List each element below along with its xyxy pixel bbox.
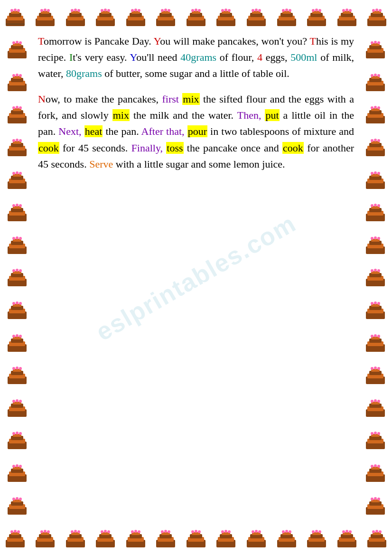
svg-rect-151 bbox=[252, 532, 261, 535]
svg-rect-282 bbox=[9, 504, 25, 509]
cake-icon bbox=[334, 4, 360, 30]
svg-point-259 bbox=[19, 367, 22, 370]
cake-icon bbox=[4, 460, 30, 486]
svg-rect-29 bbox=[126, 19, 145, 26]
svg-point-343 bbox=[377, 269, 380, 272]
text-the-pan: the pan. bbox=[103, 125, 141, 137]
cake-icon bbox=[4, 167, 30, 193]
svg-rect-360 bbox=[369, 371, 382, 375]
svg-point-105 bbox=[47, 530, 50, 533]
svg-point-348 bbox=[371, 302, 373, 305]
svg-rect-197 bbox=[8, 116, 27, 123]
svg-point-378 bbox=[377, 432, 380, 435]
svg-point-278 bbox=[12, 465, 15, 468]
svg-rect-192 bbox=[11, 78, 23, 82]
text-of-butter: of butter, some sugar and a little of ta… bbox=[102, 67, 289, 79]
svg-rect-309 bbox=[366, 149, 385, 156]
svg-point-173 bbox=[342, 530, 345, 533]
svg-point-209 bbox=[16, 139, 19, 141]
svg-rect-305 bbox=[371, 108, 380, 111]
svg-rect-67 bbox=[282, 11, 291, 14]
svg-point-160 bbox=[285, 530, 288, 533]
svg-rect-241 bbox=[11, 306, 23, 310]
svg-point-315 bbox=[377, 139, 380, 142]
svg-rect-101 bbox=[39, 534, 51, 538]
cake-icon bbox=[62, 4, 88, 30]
svg-point-313 bbox=[371, 139, 373, 142]
svg-rect-8 bbox=[36, 19, 55, 26]
svg-point-369 bbox=[371, 400, 373, 403]
letter-Y2: Y bbox=[130, 51, 137, 63]
svg-point-299 bbox=[371, 74, 373, 77]
svg-point-308 bbox=[377, 106, 380, 109]
svg-point-355 bbox=[371, 335, 373, 338]
svg-point-280 bbox=[19, 465, 22, 468]
svg-rect-193 bbox=[13, 76, 21, 79]
svg-rect-200 bbox=[13, 108, 21, 111]
svg-rect-283 bbox=[11, 501, 23, 506]
svg-rect-128 bbox=[158, 537, 174, 542]
text-heat: heat bbox=[84, 125, 103, 137]
svg-rect-102 bbox=[41, 532, 49, 535]
svg-rect-326 bbox=[371, 206, 380, 209]
svg-rect-16 bbox=[67, 16, 84, 20]
text-40grams: 40grams bbox=[180, 51, 216, 63]
svg-rect-115 bbox=[99, 534, 112, 538]
svg-rect-106 bbox=[66, 540, 85, 547]
cake-icon bbox=[62, 525, 88, 551]
svg-rect-185 bbox=[11, 45, 23, 49]
svg-rect-261 bbox=[9, 406, 25, 411]
svg-point-187 bbox=[12, 41, 15, 44]
svg-rect-218 bbox=[8, 214, 27, 221]
svg-rect-191 bbox=[9, 81, 25, 85]
svg-point-203 bbox=[19, 106, 22, 109]
svg-rect-388 bbox=[369, 501, 382, 506]
cake-icon bbox=[4, 102, 30, 128]
svg-point-189 bbox=[19, 41, 22, 44]
svg-rect-352 bbox=[367, 341, 383, 346]
svg-rect-381 bbox=[369, 469, 382, 473]
svg-rect-304 bbox=[369, 110, 382, 114]
svg-rect-148 bbox=[247, 540, 266, 547]
svg-rect-134 bbox=[187, 540, 205, 547]
svg-point-188 bbox=[16, 41, 19, 44]
svg-rect-316 bbox=[366, 181, 385, 189]
svg-point-335 bbox=[374, 236, 377, 239]
cake-icon bbox=[4, 492, 30, 518]
svg-rect-108 bbox=[69, 534, 82, 538]
svg-point-252 bbox=[19, 335, 22, 338]
cake-icon bbox=[362, 37, 388, 63]
svg-rect-1 bbox=[7, 16, 23, 20]
svg-rect-80 bbox=[341, 13, 353, 17]
svg-rect-368 bbox=[371, 402, 380, 404]
svg-rect-162 bbox=[307, 540, 326, 547]
text-the-pancake: the pancake once and bbox=[184, 142, 283, 154]
svg-rect-177 bbox=[369, 537, 385, 542]
svg-point-63 bbox=[258, 9, 261, 12]
svg-point-314 bbox=[374, 139, 377, 141]
svg-point-230 bbox=[16, 236, 19, 239]
text-put: put bbox=[265, 109, 279, 121]
svg-point-20 bbox=[74, 9, 77, 11]
svg-point-216 bbox=[16, 171, 19, 174]
svg-rect-79 bbox=[339, 16, 355, 20]
text-space3 bbox=[82, 125, 84, 137]
svg-point-139 bbox=[195, 530, 197, 533]
svg-point-12 bbox=[40, 9, 43, 12]
cake-icon bbox=[362, 395, 388, 421]
svg-rect-297 bbox=[369, 78, 382, 82]
text-you-will: ou will make pancakes, won't you? bbox=[160, 35, 309, 47]
svg-rect-253 bbox=[8, 376, 27, 384]
svg-point-385 bbox=[377, 465, 380, 468]
text-youll-need: ou'll need bbox=[136, 51, 180, 63]
cake-icon bbox=[2, 525, 28, 551]
svg-point-166 bbox=[312, 530, 315, 533]
svg-point-181 bbox=[375, 530, 378, 533]
svg-rect-373 bbox=[367, 439, 383, 443]
svg-rect-123 bbox=[131, 532, 140, 535]
svg-point-174 bbox=[345, 530, 348, 533]
svg-point-271 bbox=[12, 432, 15, 435]
text-toss: toss bbox=[166, 142, 183, 154]
svg-point-140 bbox=[198, 530, 201, 533]
svg-rect-288 bbox=[366, 51, 385, 58]
